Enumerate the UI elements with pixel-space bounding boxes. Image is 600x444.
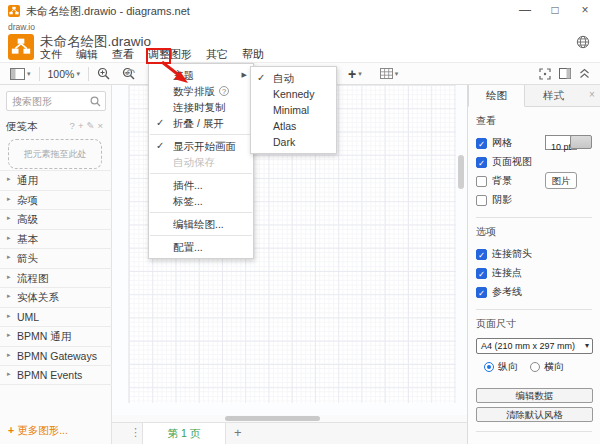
search-icon[interactable] — [90, 96, 101, 107]
category-label: UML — [17, 311, 39, 323]
scratchpad-dropzone[interactable]: 把元素拖至此处 — [8, 139, 102, 169]
collapse-chevrons-icon[interactable] — [579, 68, 590, 79]
extras-menu-dropdown: 主题▶ 数学排版? 连接时复制 ✓折叠 / 展开 ✓显示开始画面 自动保存 插件… — [148, 63, 254, 259]
category-label: 高级 — [17, 213, 38, 227]
menu-item-tags[interactable]: 标签... — [149, 193, 253, 209]
grid-color-button[interactable] — [570, 135, 592, 149]
menu-item-label: 自动保存 — [173, 156, 215, 168]
menu-item-plugins[interactable]: 插件... — [149, 177, 253, 193]
panel-close-icon[interactable]: × — [584, 85, 600, 106]
theme-item-kennedy[interactable]: Kennedy — [251, 86, 336, 102]
toolbar-divider — [88, 67, 89, 81]
shapes-sidebar: 便笺本 ?+✎× 把元素拖至此处 ▸通用 ▸杂项 ▸高级 ▸基本 ▸箭头 ▸流程… — [0, 85, 112, 444]
shadow-label: 阴影 — [492, 193, 512, 207]
category-label: 杂项 — [17, 194, 38, 208]
undo-button[interactable]: ↶ — [124, 66, 135, 81]
page-view-checkbox[interactable]: ✓ — [476, 157, 487, 168]
app-menu-strip: draw.io — [0, 22, 600, 33]
plus-icon: + — [348, 66, 356, 82]
format-panel-icon[interactable] — [559, 68, 571, 79]
portrait-radio[interactable] — [484, 362, 494, 372]
help-circle-icon[interactable]: ? — [219, 86, 229, 96]
category-bpmn-events[interactable]: ▸BPMN Events — [0, 365, 112, 385]
category-general[interactable]: ▸通用 — [0, 170, 112, 190]
category-misc[interactable]: ▸杂项 — [0, 190, 112, 210]
menu-item-theme[interactable]: 主题▶ — [149, 67, 253, 83]
theme-item-auto[interactable]: ✓自动 — [251, 70, 336, 86]
menu-item-label: Dark — [273, 136, 295, 148]
add-page-button[interactable]: + — [234, 425, 242, 440]
scratchpad-edit-icon[interactable]: ✎ — [86, 120, 97, 131]
drawio-logo-glyph — [11, 37, 31, 57]
clear-default-style-button[interactable]: 清除默认风格 — [476, 407, 593, 422]
search-input[interactable] — [12, 93, 88, 109]
menu-item-configuration[interactable]: 配置... — [149, 239, 253, 255]
theme-item-atlas[interactable]: Atlas — [251, 118, 336, 134]
category-uml[interactable]: ▸UML — [0, 307, 112, 327]
close-button[interactable]: × — [570, 0, 600, 22]
menu-item-collapse-expand[interactable]: ✓折叠 / 展开 — [149, 115, 253, 131]
connection-points-checkbox[interactable]: ✓ — [476, 268, 487, 279]
language-globe-icon[interactable] — [576, 35, 590, 49]
tab-diagram[interactable]: 绘图 — [468, 85, 525, 107]
menu-item-label: Atlas — [273, 120, 296, 132]
menu-item-label: 标签... — [173, 195, 203, 207]
guides-checkbox[interactable]: ✓ — [476, 287, 487, 298]
tab-style[interactable]: 样式 — [525, 85, 582, 107]
menu-file[interactable]: 文件 — [33, 47, 69, 62]
grid-checkbox[interactable]: ✓ — [476, 138, 487, 149]
image-button[interactable]: 图片 — [545, 172, 577, 189]
category-basic[interactable]: ▸基本 — [0, 229, 112, 249]
theme-item-minimal[interactable]: Minimal — [251, 102, 336, 118]
vertical-scrollbar[interactable] — [458, 155, 464, 189]
maximize-button[interactable]: □ — [540, 0, 570, 22]
scratchpad-close-icon[interactable]: × — [97, 120, 106, 131]
connection-arrows-checkbox[interactable]: ✓ — [476, 249, 487, 260]
category-arrows[interactable]: ▸箭头 — [0, 248, 112, 268]
pages-menu-icon[interactable]: ⋮ — [130, 426, 141, 439]
category-er[interactable]: ▸实体关系 — [0, 287, 112, 307]
menu-edit[interactable]: 编辑 — [69, 47, 105, 62]
page-size-select[interactable]: A4 (210 mm x 297 mm) ▾ — [476, 338, 593, 354]
app-menu-drawio[interactable]: draw.io — [8, 22, 35, 32]
menu-extras[interactable]: 其它 — [199, 47, 235, 62]
horizontal-scrollbar-thumb[interactable] — [225, 416, 320, 421]
shadow-row: 阴影 — [476, 192, 592, 208]
menu-help[interactable]: 帮助 — [235, 47, 271, 62]
edit-data-button[interactable]: 编辑数据 — [476, 388, 593, 403]
category-flowchart[interactable]: ▸流程图 — [0, 268, 112, 288]
table-button[interactable]: ▾ — [380, 68, 399, 79]
menu-view[interactable]: 查看 — [105, 47, 141, 62]
fullscreen-icon[interactable] — [539, 68, 551, 80]
guides-label: 参考线 — [492, 285, 522, 299]
category-label: 通用 — [17, 174, 38, 188]
category-advanced[interactable]: ▸高级 — [0, 209, 112, 229]
connection-arrows-row: ✓ 连接箭头 — [476, 246, 592, 262]
menu-item-show-start-screen[interactable]: ✓显示开始画面 — [149, 138, 253, 154]
zoom-in-icon — [97, 67, 110, 80]
insert-button[interactable]: + ▾ — [348, 66, 362, 82]
minimize-button[interactable]: — — [510, 0, 540, 22]
scratchpad-title: 便笺本 — [6, 120, 38, 134]
shadow-checkbox[interactable] — [476, 195, 487, 206]
menu-item-copy-on-connect[interactable]: 连接时复制 — [149, 99, 253, 115]
menu-item-edit-diagram[interactable]: 编辑绘图... — [149, 216, 253, 232]
page-tab-1[interactable]: 第 1 页 — [142, 423, 226, 444]
scratchpad-header[interactable]: 便笺本 ?+✎× — [0, 117, 112, 135]
landscape-radio[interactable] — [530, 362, 540, 372]
scratchpad-help-icon[interactable]: ? — [70, 120, 78, 131]
zoom-level-dropdown[interactable]: 100% ▾ — [48, 68, 80, 80]
zoom-in-button[interactable] — [97, 67, 110, 80]
more-shapes-button[interactable]: +更多图形... — [8, 424, 68, 438]
horizontal-scrollbar-track[interactable] — [112, 415, 467, 422]
category-bpmn-general[interactable]: ▸BPMN 通用 — [0, 326, 112, 346]
category-bpmn-gateways[interactable]: ▸BPMN Gateways — [0, 346, 112, 366]
menu-item-math-typesetting[interactable]: 数学排版? — [149, 83, 253, 99]
theme-item-dark[interactable]: Dark — [251, 134, 336, 150]
check-icon: ✓ — [156, 138, 164, 154]
page-view-button[interactable]: ▾ — [10, 68, 31, 80]
menu-divider — [150, 235, 252, 236]
caret-down-icon: ▾ — [358, 70, 362, 78]
menu-arrange[interactable]: 调整图形 — [141, 47, 199, 62]
background-checkbox[interactable] — [476, 176, 487, 187]
